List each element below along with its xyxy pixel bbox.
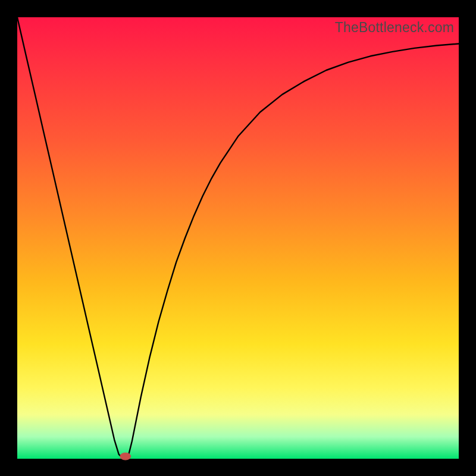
chart-svg — [17, 17, 459, 459]
min-marker — [120, 453, 131, 460]
plot-area: TheBottleneck.com — [17, 17, 459, 459]
bottleneck-curve — [17, 17, 459, 459]
chart-frame: TheBottleneck.com — [0, 0, 476, 476]
